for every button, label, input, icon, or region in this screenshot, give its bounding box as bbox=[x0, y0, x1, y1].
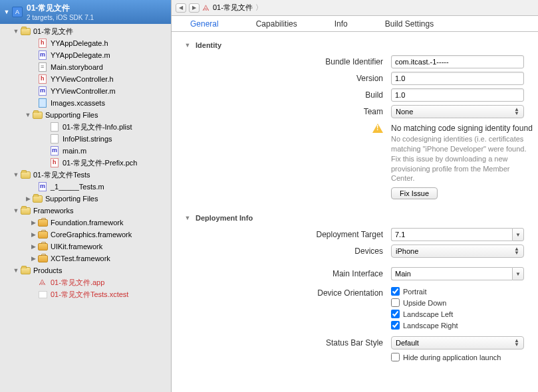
tab-build-settings[interactable]: Build Settings bbox=[366, 16, 452, 31]
file-tree: ▼ 01-常见文件 YYAppDelegate.h YYAppDelegate.… bbox=[0, 24, 171, 392]
group-supporting-files[interactable]: ▼Supporting Files bbox=[0, 109, 171, 121]
strings-file-icon bbox=[51, 134, 59, 144]
updown-arrows-icon: ▲▼ bbox=[514, 339, 519, 347]
file-prefix-pch[interactable]: 01-常见文件-Prefix.pch bbox=[0, 157, 171, 169]
section-identity: ▼ Identity Bundle Identifier Version Bui… bbox=[172, 39, 538, 199]
jump-bar: ◀ ▶ ⩓ 01-常见文件 〉 bbox=[172, 0, 538, 16]
app-product-icon: ⩓ bbox=[37, 278, 48, 287]
group-main[interactable]: ▼ 01-常见文件 bbox=[0, 25, 171, 37]
disclosure-triangle-icon[interactable]: ▼ bbox=[12, 28, 20, 35]
folder-icon bbox=[33, 195, 43, 203]
main-interface-input[interactable] bbox=[391, 267, 512, 280]
target-icon: ⩓ bbox=[202, 3, 210, 13]
orientation-upside-down[interactable]: Upside Down bbox=[391, 298, 530, 307]
main-interface-label: Main Interface bbox=[172, 269, 391, 278]
disclosure-triangle-icon[interactable]: ▼ bbox=[12, 207, 20, 214]
folder-icon bbox=[21, 267, 31, 274]
version-input[interactable] bbox=[391, 72, 524, 85]
disclosure-triangle-icon[interactable]: ▶ bbox=[24, 195, 32, 202]
back-button[interactable]: ◀ bbox=[176, 3, 186, 13]
version-label: Version bbox=[172, 74, 391, 83]
deployment-target-label: Deployment Target bbox=[172, 230, 391, 239]
file-viewcontroller-m[interactable]: YYViewController.m bbox=[0, 85, 171, 97]
orientation-landscape-left[interactable]: Landscape Left bbox=[391, 310, 530, 318]
dropdown-arrow-icon[interactable]: ▼ bbox=[512, 267, 524, 280]
disclosure-triangle-icon[interactable]: ▼ bbox=[184, 215, 192, 221]
hide-during-launch[interactable]: Hide during application launch bbox=[391, 353, 530, 361]
devices-label: Devices bbox=[172, 246, 391, 256]
disclosure-triangle-icon[interactable]: ▶ bbox=[29, 255, 37, 262]
folder-icon bbox=[21, 28, 31, 35]
disclosure-triangle-icon[interactable]: ▼ bbox=[24, 112, 32, 118]
team-dropdown[interactable]: None ▲▼ bbox=[391, 105, 524, 118]
deployment-target-combo[interactable]: ▼ bbox=[391, 228, 524, 241]
file-coregraphics-framework[interactable]: ▶CoreGraphics.framework bbox=[0, 229, 171, 241]
fix-issue-button[interactable]: Fix Issue bbox=[391, 187, 438, 199]
file-xctest-product[interactable]: 01-常见文件Tests.xctest bbox=[0, 288, 171, 300]
xcassets-file-icon bbox=[39, 98, 47, 108]
project-root[interactable]: ▼ A 01-常见文件 2 targets, iOS SDK 7.1 bbox=[0, 0, 171, 24]
chevron-right-icon: 〉 bbox=[255, 3, 263, 13]
xctest-product-icon bbox=[39, 291, 47, 298]
tab-info[interactable]: Info bbox=[316, 16, 366, 31]
section-header-deployment[interactable]: ▼ Deployment Info bbox=[172, 211, 538, 225]
disclosure-triangle-icon[interactable]: ▼ bbox=[3, 9, 11, 15]
disclosure-triangle-icon[interactable]: ▼ bbox=[12, 267, 20, 274]
codesign-warning: No matching code signing identity found … bbox=[172, 124, 538, 199]
tab-general[interactable]: General bbox=[172, 16, 237, 31]
disclosure-triangle-icon[interactable]: ▶ bbox=[29, 243, 37, 250]
group-supporting-files-2[interactable]: ▶Supporting Files bbox=[0, 193, 171, 205]
disclosure-triangle-icon[interactable]: ▼ bbox=[12, 171, 20, 178]
breadcrumb[interactable]: 01-常见文件 bbox=[213, 3, 253, 13]
xcodeproj-icon: A bbox=[12, 7, 23, 17]
impl-file-icon bbox=[51, 146, 59, 155]
disclosure-triangle-icon[interactable]: ▶ bbox=[29, 219, 37, 226]
folder-icon bbox=[33, 112, 43, 119]
project-name: 01-常见文件 bbox=[27, 3, 94, 14]
impl-file-icon bbox=[39, 50, 47, 60]
build-input[interactable] bbox=[391, 88, 524, 102]
status-bar-style-dropdown[interactable]: Default ▲▼ bbox=[391, 336, 524, 349]
warning-heading: No matching code signing identity found bbox=[391, 124, 533, 133]
dropdown-arrow-icon[interactable]: ▼ bbox=[512, 228, 524, 241]
project-subtitle: 2 targets, iOS SDK 7.1 bbox=[27, 14, 94, 21]
disclosure-triangle-icon[interactable]: ▶ bbox=[29, 231, 37, 238]
bundle-id-input[interactable] bbox=[391, 55, 524, 68]
file-info-plist[interactable]: 01-常见文件-Info.plist bbox=[0, 121, 171, 133]
file-main-m[interactable]: main.m bbox=[0, 145, 171, 157]
group-frameworks[interactable]: ▼Frameworks bbox=[0, 205, 171, 217]
orientation-label: Device Orientation bbox=[172, 287, 391, 298]
group-tests[interactable]: ▼01-常见文件Tests bbox=[0, 169, 171, 181]
framework-icon bbox=[38, 219, 48, 227]
file-appdelegate-m[interactable]: YYAppDelegate.m bbox=[0, 49, 171, 61]
disclosure-triangle-icon[interactable]: ▼ bbox=[184, 42, 192, 49]
orientation-landscape-right[interactable]: Landscape Right bbox=[391, 321, 530, 330]
file-appdelegate-h[interactable]: YYAppDelegate.h bbox=[0, 37, 171, 49]
status-bar-style-label: Status Bar Style bbox=[172, 338, 391, 347]
file-foundation-framework[interactable]: ▶Foundation.framework bbox=[0, 217, 171, 229]
file-uikit-framework[interactable]: ▶UIKit.framework bbox=[0, 241, 171, 252]
file-viewcontroller-h[interactable]: YYViewController.h bbox=[0, 73, 171, 85]
file-xctest-framework[interactable]: ▶XCTest.framework bbox=[0, 252, 171, 264]
file-app-product[interactable]: ⩓01-常见文件.app bbox=[0, 276, 171, 288]
updown-arrows-icon: ▲▼ bbox=[514, 247, 519, 255]
warning-icon bbox=[372, 124, 383, 133]
section-header-identity[interactable]: ▼ Identity bbox=[172, 39, 538, 52]
orientation-portrait[interactable]: Portrait bbox=[391, 287, 530, 296]
tab-capabilities[interactable]: Capabilities bbox=[237, 16, 316, 31]
file-main-storyboard[interactable]: Main.storyboard bbox=[0, 61, 171, 73]
forward-button[interactable]: ▶ bbox=[189, 3, 200, 13]
file-images-xcassets[interactable]: Images.xcassets bbox=[0, 97, 171, 109]
folder-icon bbox=[21, 171, 31, 179]
deployment-target-input[interactable] bbox=[391, 228, 512, 241]
file-infoplist-strings[interactable]: InfoPlist.strings bbox=[0, 133, 171, 145]
file-tests-m[interactable]: _1_____Tests.m bbox=[0, 181, 171, 193]
framework-icon bbox=[38, 231, 48, 239]
group-products[interactable]: ▼Products bbox=[0, 264, 171, 276]
main-interface-combo[interactable]: ▼ bbox=[391, 267, 524, 280]
content-pane: ▼ Identity Bundle Identifier Version Bui… bbox=[172, 32, 538, 392]
devices-dropdown[interactable]: iPhone ▲▼ bbox=[391, 245, 524, 258]
impl-file-icon bbox=[39, 182, 47, 191]
updown-arrows-icon: ▲▼ bbox=[514, 108, 519, 116]
storyboard-file-icon bbox=[39, 62, 47, 72]
